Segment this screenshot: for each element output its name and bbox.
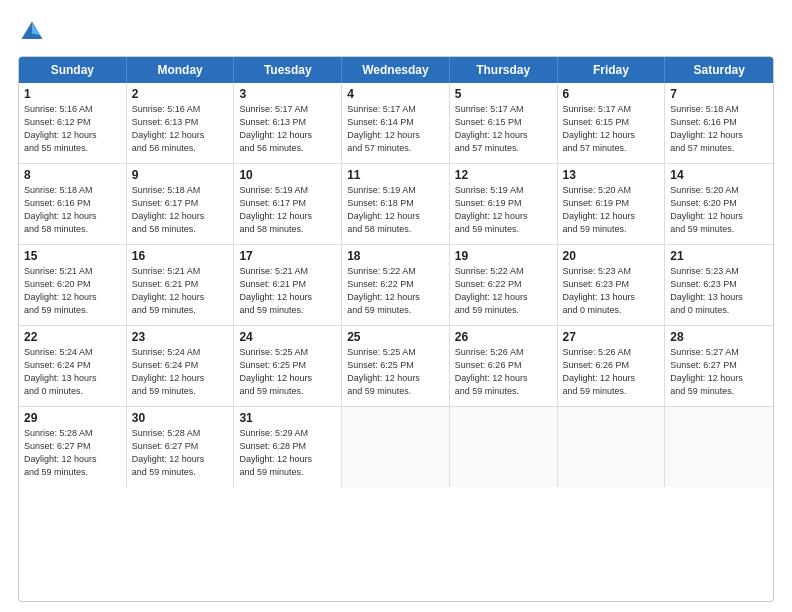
day-number: 4: [347, 87, 444, 101]
header-day-tuesday: Tuesday: [234, 57, 342, 83]
calendar-cell: 4Sunrise: 5:17 AM Sunset: 6:14 PM Daylig…: [342, 83, 450, 163]
header: [18, 18, 774, 46]
day-number: 26: [455, 330, 552, 344]
calendar-cell: 1Sunrise: 5:16 AM Sunset: 6:12 PM Daylig…: [19, 83, 127, 163]
day-info: Sunrise: 5:18 AM Sunset: 6:16 PM Dayligh…: [24, 184, 121, 236]
day-info: Sunrise: 5:27 AM Sunset: 6:27 PM Dayligh…: [670, 346, 768, 398]
calendar-cell: 14Sunrise: 5:20 AM Sunset: 6:20 PM Dayli…: [665, 164, 773, 244]
day-number: 18: [347, 249, 444, 263]
calendar-cell: 19Sunrise: 5:22 AM Sunset: 6:22 PM Dayli…: [450, 245, 558, 325]
day-number: 6: [563, 87, 660, 101]
day-info: Sunrise: 5:24 AM Sunset: 6:24 PM Dayligh…: [132, 346, 229, 398]
day-number: 20: [563, 249, 660, 263]
calendar-cell: 17Sunrise: 5:21 AM Sunset: 6:21 PM Dayli…: [234, 245, 342, 325]
calendar-cell: 22Sunrise: 5:24 AM Sunset: 6:24 PM Dayli…: [19, 326, 127, 406]
day-info: Sunrise: 5:16 AM Sunset: 6:13 PM Dayligh…: [132, 103, 229, 155]
day-info: Sunrise: 5:25 AM Sunset: 6:25 PM Dayligh…: [347, 346, 444, 398]
calendar: SundayMondayTuesdayWednesdayThursdayFrid…: [18, 56, 774, 602]
calendar-cell: 15Sunrise: 5:21 AM Sunset: 6:20 PM Dayli…: [19, 245, 127, 325]
day-number: 19: [455, 249, 552, 263]
day-info: Sunrise: 5:22 AM Sunset: 6:22 PM Dayligh…: [455, 265, 552, 317]
day-info: Sunrise: 5:26 AM Sunset: 6:26 PM Dayligh…: [563, 346, 660, 398]
calendar-cell: 30Sunrise: 5:28 AM Sunset: 6:27 PM Dayli…: [127, 407, 235, 487]
calendar-cell: 20Sunrise: 5:23 AM Sunset: 6:23 PM Dayli…: [558, 245, 666, 325]
day-number: 30: [132, 411, 229, 425]
header-day-thursday: Thursday: [450, 57, 558, 83]
day-number: 12: [455, 168, 552, 182]
calendar-row-3: 15Sunrise: 5:21 AM Sunset: 6:20 PM Dayli…: [19, 245, 773, 326]
day-number: 2: [132, 87, 229, 101]
calendar-row-4: 22Sunrise: 5:24 AM Sunset: 6:24 PM Dayli…: [19, 326, 773, 407]
day-number: 17: [239, 249, 336, 263]
day-number: 29: [24, 411, 121, 425]
day-number: 13: [563, 168, 660, 182]
calendar-cell: 8Sunrise: 5:18 AM Sunset: 6:16 PM Daylig…: [19, 164, 127, 244]
day-info: Sunrise: 5:18 AM Sunset: 6:17 PM Dayligh…: [132, 184, 229, 236]
calendar-cell: 21Sunrise: 5:23 AM Sunset: 6:23 PM Dayli…: [665, 245, 773, 325]
calendar-cell: 9Sunrise: 5:18 AM Sunset: 6:17 PM Daylig…: [127, 164, 235, 244]
calendar-header: SundayMondayTuesdayWednesdayThursdayFrid…: [19, 57, 773, 83]
calendar-cell: [665, 407, 773, 487]
calendar-cell: 16Sunrise: 5:21 AM Sunset: 6:21 PM Dayli…: [127, 245, 235, 325]
day-info: Sunrise: 5:29 AM Sunset: 6:28 PM Dayligh…: [239, 427, 336, 479]
day-number: 5: [455, 87, 552, 101]
calendar-cell: 26Sunrise: 5:26 AM Sunset: 6:26 PM Dayli…: [450, 326, 558, 406]
logo: [18, 18, 50, 46]
calendar-cell: 29Sunrise: 5:28 AM Sunset: 6:27 PM Dayli…: [19, 407, 127, 487]
calendar-cell: 11Sunrise: 5:19 AM Sunset: 6:18 PM Dayli…: [342, 164, 450, 244]
day-info: Sunrise: 5:17 AM Sunset: 6:13 PM Dayligh…: [239, 103, 336, 155]
day-info: Sunrise: 5:17 AM Sunset: 6:15 PM Dayligh…: [455, 103, 552, 155]
calendar-cell: 7Sunrise: 5:18 AM Sunset: 6:16 PM Daylig…: [665, 83, 773, 163]
calendar-cell: 6Sunrise: 5:17 AM Sunset: 6:15 PM Daylig…: [558, 83, 666, 163]
calendar-cell: 18Sunrise: 5:22 AM Sunset: 6:22 PM Dayli…: [342, 245, 450, 325]
calendar-row-1: 1Sunrise: 5:16 AM Sunset: 6:12 PM Daylig…: [19, 83, 773, 164]
calendar-cell: [450, 407, 558, 487]
day-number: 3: [239, 87, 336, 101]
day-info: Sunrise: 5:17 AM Sunset: 6:15 PM Dayligh…: [563, 103, 660, 155]
day-info: Sunrise: 5:16 AM Sunset: 6:12 PM Dayligh…: [24, 103, 121, 155]
day-number: 31: [239, 411, 336, 425]
calendar-body: 1Sunrise: 5:16 AM Sunset: 6:12 PM Daylig…: [19, 83, 773, 487]
calendar-cell: [558, 407, 666, 487]
day-info: Sunrise: 5:23 AM Sunset: 6:23 PM Dayligh…: [563, 265, 660, 317]
day-number: 28: [670, 330, 768, 344]
day-info: Sunrise: 5:28 AM Sunset: 6:27 PM Dayligh…: [132, 427, 229, 479]
calendar-cell: 10Sunrise: 5:19 AM Sunset: 6:17 PM Dayli…: [234, 164, 342, 244]
day-number: 9: [132, 168, 229, 182]
header-day-friday: Friday: [558, 57, 666, 83]
day-number: 25: [347, 330, 444, 344]
header-day-sunday: Sunday: [19, 57, 127, 83]
day-info: Sunrise: 5:19 AM Sunset: 6:19 PM Dayligh…: [455, 184, 552, 236]
day-number: 11: [347, 168, 444, 182]
calendar-cell: 3Sunrise: 5:17 AM Sunset: 6:13 PM Daylig…: [234, 83, 342, 163]
day-info: Sunrise: 5:17 AM Sunset: 6:14 PM Dayligh…: [347, 103, 444, 155]
day-info: Sunrise: 5:21 AM Sunset: 6:21 PM Dayligh…: [239, 265, 336, 317]
logo-icon: [18, 18, 46, 46]
day-number: 27: [563, 330, 660, 344]
calendar-cell: 25Sunrise: 5:25 AM Sunset: 6:25 PM Dayli…: [342, 326, 450, 406]
day-number: 22: [24, 330, 121, 344]
day-info: Sunrise: 5:23 AM Sunset: 6:23 PM Dayligh…: [670, 265, 768, 317]
calendar-cell: 2Sunrise: 5:16 AM Sunset: 6:13 PM Daylig…: [127, 83, 235, 163]
day-info: Sunrise: 5:25 AM Sunset: 6:25 PM Dayligh…: [239, 346, 336, 398]
day-info: Sunrise: 5:19 AM Sunset: 6:18 PM Dayligh…: [347, 184, 444, 236]
calendar-cell: 5Sunrise: 5:17 AM Sunset: 6:15 PM Daylig…: [450, 83, 558, 163]
day-info: Sunrise: 5:20 AM Sunset: 6:20 PM Dayligh…: [670, 184, 768, 236]
calendar-cell: 13Sunrise: 5:20 AM Sunset: 6:19 PM Dayli…: [558, 164, 666, 244]
day-info: Sunrise: 5:28 AM Sunset: 6:27 PM Dayligh…: [24, 427, 121, 479]
day-number: 8: [24, 168, 121, 182]
calendar-cell: 24Sunrise: 5:25 AM Sunset: 6:25 PM Dayli…: [234, 326, 342, 406]
day-number: 23: [132, 330, 229, 344]
day-info: Sunrise: 5:19 AM Sunset: 6:17 PM Dayligh…: [239, 184, 336, 236]
calendar-row-2: 8Sunrise: 5:18 AM Sunset: 6:16 PM Daylig…: [19, 164, 773, 245]
day-info: Sunrise: 5:26 AM Sunset: 6:26 PM Dayligh…: [455, 346, 552, 398]
day-info: Sunrise: 5:24 AM Sunset: 6:24 PM Dayligh…: [24, 346, 121, 398]
calendar-cell: 23Sunrise: 5:24 AM Sunset: 6:24 PM Dayli…: [127, 326, 235, 406]
day-number: 16: [132, 249, 229, 263]
calendar-cell: 31Sunrise: 5:29 AM Sunset: 6:28 PM Dayli…: [234, 407, 342, 487]
day-number: 14: [670, 168, 768, 182]
day-info: Sunrise: 5:20 AM Sunset: 6:19 PM Dayligh…: [563, 184, 660, 236]
day-number: 1: [24, 87, 121, 101]
svg-marker-1: [32, 22, 40, 36]
day-info: Sunrise: 5:21 AM Sunset: 6:20 PM Dayligh…: [24, 265, 121, 317]
